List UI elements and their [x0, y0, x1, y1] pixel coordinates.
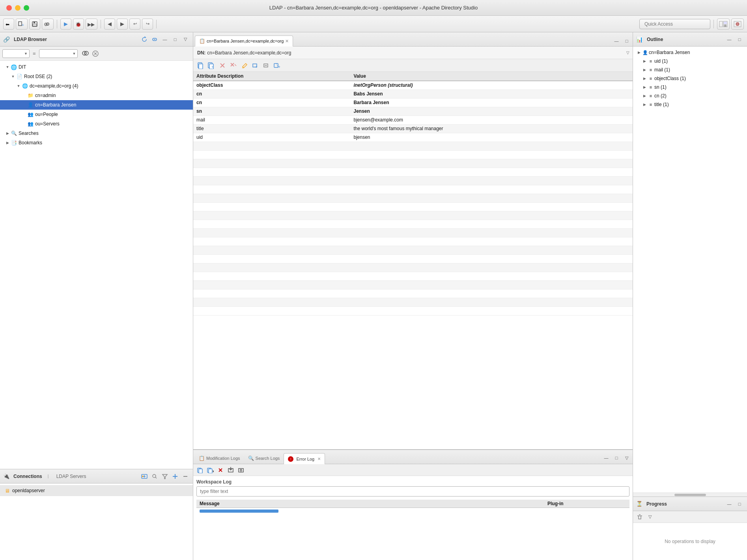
outline-toggle-mail[interactable]: ▶: [642, 67, 647, 73]
dn-expand-btn[interactable]: ▽: [626, 50, 629, 55]
attr-row-uid[interactable]: uid bjensen: [193, 133, 633, 142]
toolbar-hist-btn[interactable]: ↩: [129, 19, 140, 30]
outline-item-title[interactable]: ▶ ≡ title (1): [633, 100, 747, 109]
attr-row-cn-1[interactable]: cn Babs Jensen: [193, 90, 633, 98]
outline-toggle-barbara[interactable]: ▶: [636, 50, 642, 55]
progress-minimize-btn[interactable]: —: [725, 500, 734, 508]
ldap-menu-btn[interactable]: ▽: [181, 35, 190, 44]
tab-search-logs[interactable]: 🔍 Search Logs: [244, 453, 284, 464]
outline-item-mail[interactable]: ▶ ≡ mail (1): [633, 65, 747, 74]
tree-item-cn-barbara[interactable]: ▶ 👤 cn=Barbara Jensen: [0, 100, 193, 110]
toolbar-nav-fwd-btn[interactable]: ▶: [117, 19, 128, 30]
toolbar-new-btn[interactable]: +: [16, 19, 28, 30]
log-copy-btn[interactable]: [196, 466, 204, 474]
toolbar-run-btn[interactable]: ▶: [60, 19, 71, 30]
attr-row-mail[interactable]: mail bjensen@example.com: [193, 116, 633, 124]
connections-minus-btn[interactable]: [181, 472, 190, 481]
filter-clear-btn[interactable]: [91, 49, 100, 58]
log-export-btn[interactable]: [226, 466, 235, 474]
entry-copy-attr-btn[interactable]: +: [207, 61, 216, 70]
ldap-refresh-btn[interactable]: [140, 35, 149, 44]
toolbar-settings-btn[interactable]: ⚙: [42, 19, 54, 30]
log-import-btn[interactable]: [237, 466, 245, 474]
tree-item-ou-people[interactable]: ▶ 👥 ou=People: [0, 110, 193, 119]
outline-item-objectclass[interactable]: ▶ ≡ objectClass (1): [633, 74, 747, 83]
toolbar-run2-btn[interactable]: ▶▶: [86, 19, 97, 30]
progress-menu-btn[interactable]: ▽: [646, 513, 654, 521]
outline-scroll-thumb[interactable]: [674, 494, 706, 496]
toolbar-save-btn[interactable]: [29, 19, 40, 30]
tree-item-dit[interactable]: ▼ 🌐 DIT: [0, 62, 193, 72]
ldap-maximize-btn[interactable]: □: [171, 35, 179, 44]
attr-row-title[interactable]: title the world's most famous mythical m…: [193, 124, 633, 133]
toggle-bookmarks[interactable]: ▶: [5, 140, 10, 146]
entry-minimize-btn[interactable]: —: [612, 37, 621, 45]
filter-left-input[interactable]: [4, 51, 24, 56]
filter-apply-btn[interactable]: [81, 49, 90, 58]
log-minimize-btn[interactable]: —: [602, 454, 611, 462]
entry-edit-btn[interactable]: +: [273, 61, 282, 70]
outline-maximize-btn[interactable]: □: [735, 35, 744, 44]
ldap-minimize-btn[interactable]: —: [161, 35, 169, 44]
entry-delete-subtree-btn[interactable]: [229, 61, 238, 70]
entry-tab-barbara[interactable]: 📋 cn=Barbara Jensen,dc=example,dc=org ✕: [195, 35, 293, 47]
toolbar-hist2-btn[interactable]: ↪: [142, 19, 153, 30]
attr-row-cn-2[interactable]: cn Barbara Jensen: [193, 98, 633, 107]
entry-delete-btn[interactable]: [218, 61, 227, 70]
filter-left-dropdown-arrow[interactable]: ▼: [24, 52, 28, 56]
outline-item-uid[interactable]: ▶ ≡ uid (1): [633, 57, 747, 65]
toggle-root-dse[interactable]: ▼: [10, 74, 16, 79]
progress-maximize-btn[interactable]: □: [735, 500, 744, 508]
tab-modification-logs[interactable]: 📋 Modification Logs: [195, 453, 244, 464]
outline-toggle-uid[interactable]: ▶: [642, 58, 647, 64]
tree-item-root-dse[interactable]: ▼ 📄 Root DSE (2): [0, 72, 193, 81]
attr-row-objectclass[interactable]: objectClass inetOrgPerson (structural): [193, 81, 633, 90]
toolbar-debug-btn[interactable]: 🐞: [73, 19, 84, 30]
close-button[interactable]: [6, 5, 12, 11]
toolbar-perspective-btn[interactable]: [731, 19, 744, 30]
connections-add-btn[interactable]: [171, 472, 179, 481]
log-menu-btn[interactable]: ▽: [622, 454, 631, 462]
outline-scrollbar[interactable]: [633, 493, 747, 497]
outline-toggle-title[interactable]: ▶: [642, 102, 647, 107]
tree-item-bookmarks[interactable]: ▶ 📑 Bookmarks: [0, 138, 193, 147]
outline-item-sn[interactable]: ▶ ≡ sn (1): [633, 83, 747, 91]
server-item-openldap[interactable]: 🖥 openldapserver: [0, 485, 193, 496]
filter-right-input[interactable]: [41, 51, 73, 56]
toolbar-view-btn[interactable]: ▦: [717, 19, 730, 30]
toggle-dc-example[interactable]: ▼: [16, 83, 21, 89]
ldap-link-btn[interactable]: [150, 35, 159, 44]
log-filter-input[interactable]: [196, 486, 629, 497]
attr-row-sn[interactable]: sn Jensen: [193, 107, 633, 116]
entry-copy-dn-btn[interactable]: [196, 61, 205, 70]
toolbar-back-btn[interactable]: ⬅: [3, 19, 14, 30]
error-log-close[interactable]: ✕: [317, 457, 321, 461]
outline-minimize-btn[interactable]: —: [725, 35, 734, 44]
toggle-searches[interactable]: ▶: [5, 131, 10, 136]
toolbar-nav-back-btn[interactable]: ◀: [104, 19, 115, 30]
outline-toggle-objectclass[interactable]: ▶: [642, 76, 647, 81]
tab-error-log[interactable]: ! Error Log ✕: [284, 453, 325, 464]
toggle-dit[interactable]: ▼: [5, 64, 10, 70]
quick-access-input[interactable]: [639, 19, 710, 29]
tree-item-cn-admin[interactable]: ▶ 📁 cn=admin: [0, 91, 193, 100]
outline-toggle-sn[interactable]: ▶: [642, 84, 647, 90]
outline-item-cn-barbara[interactable]: ▶ 👤 cn=Barbara Jensen: [633, 48, 747, 57]
entry-maximize-btn[interactable]: □: [622, 37, 631, 45]
connections-search-btn[interactable]: [150, 472, 159, 481]
log-copy-dropdown-btn[interactable]: ▼: [206, 466, 215, 474]
outline-toggle-cn[interactable]: ▶: [642, 93, 647, 99]
entry-rename-btn[interactable]: [240, 61, 249, 70]
tree-item-dc-example[interactable]: ▼ 🌐 dc=example,dc=org (4): [0, 81, 193, 91]
tree-item-ou-servers[interactable]: ▶ 👥 ou=Servers: [0, 119, 193, 129]
ldap-servers-tab[interactable]: LDAP Servers: [56, 474, 86, 479]
entry-remove-attr-btn[interactable]: [262, 61, 271, 70]
outline-item-cn[interactable]: ▶ ≡ cn (2): [633, 91, 747, 100]
progress-clear-btn[interactable]: [635, 513, 644, 521]
new-connection-btn[interactable]: [140, 472, 149, 481]
tree-item-searches[interactable]: ▶ 🔍 Searches: [0, 129, 193, 138]
filter-right-dropdown-arrow[interactable]: ▼: [73, 52, 76, 56]
log-maximize-btn[interactable]: □: [612, 454, 621, 462]
connections-filter-btn[interactable]: [161, 472, 169, 481]
maximize-button[interactable]: [24, 5, 29, 11]
